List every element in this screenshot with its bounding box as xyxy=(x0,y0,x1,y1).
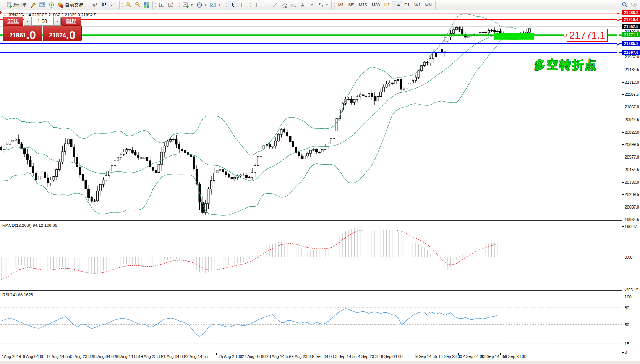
price-tick-label: 21434.5 xyxy=(625,67,639,72)
sell-price-frac: .0 xyxy=(26,31,36,40)
toolbar-grip[interactable] xyxy=(89,2,89,8)
zoom-in-button[interactable] xyxy=(124,1,133,9)
chevron-down-icon[interactable]: ▼ xyxy=(204,3,207,7)
chevron-down-icon[interactable]: ▼ xyxy=(326,3,329,7)
speaker-icon xyxy=(49,2,55,8)
macd-chart[interactable] xyxy=(0,222,622,290)
price-callout-box[interactable]: 21771.1 xyxy=(567,29,608,42)
fibo-icon: F xyxy=(290,2,297,8)
timeframe-M1-button[interactable]: M1 xyxy=(336,1,346,9)
timeframe-H1-button[interactable]: H1 xyxy=(382,1,392,9)
chart-window-button[interactable] xyxy=(38,1,47,9)
time-tick-label: 15 Aug 04:00 xyxy=(92,354,116,359)
green-zone-rectangle[interactable] xyxy=(494,33,534,40)
line-chart-button[interactable] xyxy=(109,1,118,9)
timeframe-M15-button[interactable]: M15 xyxy=(356,1,369,9)
time-tick-mark xyxy=(458,353,459,355)
price-tick-mark xyxy=(622,70,624,70)
vline-icon xyxy=(254,2,260,8)
sounds-button[interactable] xyxy=(47,1,56,9)
sell-price-button[interactable]: 21851.0 xyxy=(3,26,42,41)
line-anchor[interactable] xyxy=(564,34,566,36)
candle-chart-button[interactable] xyxy=(100,1,109,9)
toolbar-grip[interactable] xyxy=(155,2,156,8)
chevron-down-icon[interactable]: ▼ xyxy=(190,3,193,7)
level-marker[interactable] xyxy=(617,12,619,14)
styler-button[interactable] xyxy=(29,1,38,9)
timeframe-D1-button[interactable]: D1 xyxy=(402,1,412,9)
toolbar-grip[interactable] xyxy=(3,2,3,8)
volume-input[interactable] xyxy=(31,17,53,26)
time-axis-line xyxy=(0,353,622,353)
equidistant-channel-button[interactable]: E xyxy=(280,1,289,9)
time-tick-label: 29 Aug 23:30 xyxy=(289,354,313,359)
arrow-objects-button[interactable]: ▼ xyxy=(316,1,330,9)
toolbar-separator xyxy=(435,1,436,9)
toolbar-separator xyxy=(224,1,224,9)
mt4-terminal: 新订单自动交易▼▼▼EFAT▼M1M5M15M30H1H4D1W1MN 2180… xyxy=(0,0,640,364)
price-tick-mark xyxy=(622,220,624,220)
horizontal-line-button[interactable] xyxy=(261,1,271,9)
toolbar-grip[interactable] xyxy=(250,2,251,8)
auto-scroll-button[interactable] xyxy=(166,1,175,9)
price-tick-label: 20087.0 xyxy=(625,205,639,209)
toolbar-separator xyxy=(152,1,153,9)
chart-corner-icon[interactable] xyxy=(0,11,3,14)
tile-windows-button[interactable] xyxy=(142,1,151,9)
chart-area[interactable]: 21802.021679.521557.021434.521312.021189… xyxy=(0,11,640,364)
panel-separator[interactable] xyxy=(0,290,622,291)
text-button[interactable]: A xyxy=(298,1,307,9)
timeframe-M30-button[interactable]: M30 xyxy=(369,1,382,9)
indicators-button[interactable]: ▼ xyxy=(181,1,195,9)
chevron-down-icon[interactable]: ▼ xyxy=(218,3,221,7)
toolbar-grip[interactable] xyxy=(334,2,335,8)
level-marker[interactable] xyxy=(617,19,619,21)
autotrade-button[interactable]: 自动交易 xyxy=(56,1,85,9)
rsi-tick-mark xyxy=(622,308,624,308)
buy-price-button[interactable]: 21874.0 xyxy=(43,26,82,41)
price-tick-mark xyxy=(622,94,624,95)
toolbar-grip[interactable] xyxy=(179,2,180,8)
chat-button[interactable] xyxy=(629,1,638,9)
crosshair-button[interactable] xyxy=(237,1,246,9)
timeframe-W1-button[interactable]: W1 xyxy=(412,1,423,9)
tiles-icon xyxy=(144,2,150,8)
rsi-chart[interactable] xyxy=(0,291,622,353)
toolbar-grip[interactable] xyxy=(122,2,123,8)
text-label-button[interactable]: T xyxy=(307,1,316,9)
price-chart[interactable] xyxy=(0,11,622,220)
zoom-out-button[interactable] xyxy=(133,1,142,9)
toolbar-grip[interactable] xyxy=(226,2,227,8)
timeframe-M5-button[interactable]: M5 xyxy=(346,1,356,9)
cursor-button[interactable] xyxy=(228,1,237,9)
tline-icon xyxy=(272,2,278,8)
macd-tick-label: -205.15 xyxy=(625,288,638,292)
turning-point-annotation[interactable]: 多空转折点 xyxy=(534,57,597,73)
time-tick-mark xyxy=(500,353,501,355)
fibonacci-button[interactable]: F xyxy=(289,1,298,9)
trendline-button[interactable] xyxy=(271,1,280,9)
volume-increase-button[interactable]: ▲ xyxy=(53,17,61,26)
level-marker[interactable] xyxy=(617,52,619,53)
level-marker[interactable] xyxy=(617,34,619,36)
periods-button[interactable]: ▼ xyxy=(195,1,209,9)
volume-decrease-button[interactable]: ▼ xyxy=(24,17,31,26)
svg-text:F: F xyxy=(295,5,296,8)
panel-separator[interactable] xyxy=(0,220,622,221)
buy-button[interactable]: BUY xyxy=(61,17,81,26)
bar-chart-button[interactable] xyxy=(91,1,100,9)
sell-button[interactable]: SELL xyxy=(3,17,23,26)
timeframe-H4-button[interactable]: H4 xyxy=(392,1,402,9)
timeframe-MN-button[interactable]: MN xyxy=(423,1,434,9)
autoscroll-icon xyxy=(168,2,174,8)
level-marker[interactable] xyxy=(617,43,619,45)
vertical-line-button[interactable] xyxy=(252,1,261,9)
new-order-button[interactable]: 新订单 xyxy=(5,1,29,9)
search-button[interactable] xyxy=(620,1,629,9)
chart-shift-button[interactable] xyxy=(157,1,166,9)
templates-button[interactable]: ▼ xyxy=(209,1,222,9)
time-tick-mark xyxy=(44,353,44,355)
price-tick-label: 20332.0 xyxy=(625,180,639,184)
level-price-label: 21771.1 xyxy=(622,32,640,37)
time-tick-mark xyxy=(21,353,21,355)
